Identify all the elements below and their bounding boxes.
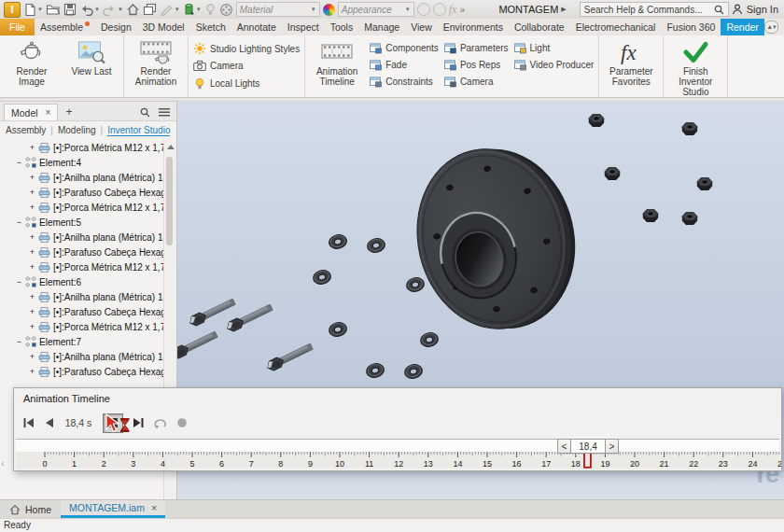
browser-search-icon[interactable] bbox=[140, 107, 150, 118]
studio-lighting-styles-button[interactable]: Studio Lighting Styles bbox=[193, 41, 300, 57]
render-gallery-icon-button[interactable] bbox=[219, 3, 233, 17]
tree-expander-icon[interactable]: − bbox=[15, 217, 23, 227]
close-icon[interactable]: × bbox=[46, 107, 51, 118]
tree-row-element-5[interactable]: −Element:5 bbox=[0, 215, 176, 230]
ribbon-tab-3d-model[interactable]: 3D Model bbox=[137, 19, 190, 35]
redo-icon-button[interactable]: ▼ bbox=[103, 4, 123, 16]
tree-row-anilha-plana-m-trica-12-n[interactable]: +[•]:Anilha plana (Métrica) 12 N bbox=[0, 230, 176, 245]
time-spinner-value[interactable]: 18,4 bbox=[571, 439, 605, 454]
tree-row-parafuso-cabe-a-hexagon[interactable]: +[•]:Parafuso Cabeça Hexagon bbox=[0, 185, 176, 200]
flange-disc[interactable] bbox=[399, 133, 593, 346]
material-dropdown[interactable]: Material ▼ bbox=[236, 2, 320, 17]
browser-subtab-assembly[interactable]: Assembly bbox=[6, 125, 46, 135]
ribbon-tab-electromechanical[interactable]: Electromechanical bbox=[570, 19, 662, 35]
hex-bolt[interactable] bbox=[265, 342, 314, 372]
camera-button[interactable]: Camera bbox=[193, 58, 300, 74]
tree-row-parafuso-cabe-a-hexagon[interactable]: +[•]:Parafuso Cabeça Hexagon bbox=[0, 245, 176, 259]
tree-expander-icon[interactable]: + bbox=[28, 173, 36, 182]
undo-icon-button[interactable]: ▼ bbox=[79, 4, 100, 16]
tree-expander-icon[interactable]: + bbox=[28, 232, 36, 242]
record-animation-button[interactable] bbox=[176, 417, 188, 428]
ribbon-tab-view[interactable]: View bbox=[405, 19, 438, 35]
inventor-logo-icon[interactable]: I bbox=[4, 2, 21, 18]
panel-scroll-left-icon[interactable]: ‹ bbox=[1, 457, 5, 469]
tree-row-porca-m-trica-m12-x-1-75[interactable]: +[•]:Porca Métrica M12 x 1,75: bbox=[0, 200, 176, 215]
color-wheel-icon[interactable] bbox=[323, 4, 335, 16]
ribbon-tab-tools[interactable]: Tools bbox=[325, 19, 359, 35]
loop-playback-button[interactable] bbox=[153, 417, 168, 429]
washer[interactable] bbox=[328, 321, 348, 339]
washer[interactable] bbox=[419, 331, 440, 349]
appearance-dropdown[interactable]: Appearance ▼ bbox=[338, 2, 414, 17]
go-to-start-button[interactable] bbox=[22, 417, 35, 428]
ribbon-tab-sketch[interactable]: Sketch bbox=[190, 19, 231, 35]
washer[interactable] bbox=[366, 237, 386, 255]
scrollbar-thumb[interactable] bbox=[166, 157, 173, 245]
save-icon-button[interactable] bbox=[63, 3, 77, 16]
browser-subtab-modeling[interactable]: Modeling bbox=[58, 125, 96, 135]
tree-row-anilha-plana-m-trica-12-n[interactable]: +[•]:Anilha plana (Métrica) 12 N bbox=[0, 289, 176, 304]
ribbon-tab-fusion-360[interactable]: Fusion 360 bbox=[661, 19, 721, 35]
tree-expander-icon[interactable]: + bbox=[28, 307, 36, 316]
tree-row-element-7[interactable]: −Element:7 bbox=[0, 334, 176, 349]
washer[interactable] bbox=[312, 269, 332, 287]
time-step-forward-button[interactable]: > bbox=[605, 439, 619, 454]
parameter-favorites-button[interactable]: fxParameter Favorites bbox=[604, 38, 658, 94]
washer[interactable] bbox=[365, 362, 385, 380]
tree-expander-icon[interactable]: + bbox=[28, 203, 36, 212]
hex-bolt[interactable] bbox=[177, 329, 219, 360]
tree-expander-icon[interactable]: + bbox=[28, 188, 36, 197]
hex-nut[interactable] bbox=[682, 123, 697, 135]
grey-light-icon-button[interactable] bbox=[204, 3, 217, 16]
add-browser-tab-button[interactable]: + bbox=[65, 105, 72, 119]
tree-expander-icon[interactable]: − bbox=[15, 158, 23, 167]
more-commands-icon[interactable]: » bbox=[459, 5, 464, 15]
ruler-svg[interactable]: 0123456789101112131415161718192021222324… bbox=[16, 452, 781, 469]
go-to-end-button[interactable] bbox=[132, 417, 145, 428]
search-input[interactable]: Search Help & Commands... bbox=[580, 2, 729, 17]
pos-reps-button[interactable]: Pos Reps bbox=[444, 58, 509, 72]
sign-in-button[interactable]: Sign In bbox=[732, 4, 778, 15]
constraints-button[interactable]: Constraints bbox=[370, 75, 439, 89]
tree-expander-icon[interactable]: + bbox=[28, 367, 36, 376]
home-icon-button[interactable] bbox=[126, 3, 140, 16]
parameters-button[interactable]: Parameters bbox=[444, 41, 509, 55]
tree-row-porca-m-trica-m12-x-1-75[interactable]: +[•]:Porca Métrica M12 x 1,75: bbox=[0, 140, 176, 155]
ribbon-tab-render[interactable]: Render bbox=[721, 19, 763, 35]
tree-expander-icon[interactable]: + bbox=[28, 352, 36, 361]
ribbon-tab-file[interactable]: File bbox=[0, 19, 35, 35]
tree-expander-icon[interactable]: + bbox=[28, 262, 36, 272]
ribbon-collapse-button[interactable]: ▲▾ bbox=[764, 21, 778, 34]
hex-nut[interactable] bbox=[697, 178, 712, 190]
washer[interactable] bbox=[403, 363, 424, 381]
scroll-up-icon[interactable] bbox=[167, 145, 175, 149]
title-flyout-icon[interactable]: ▶ bbox=[561, 6, 566, 13]
hex-nut[interactable] bbox=[605, 168, 620, 180]
browser-tab-model[interactable]: Model × bbox=[4, 104, 58, 120]
tree-expander-icon[interactable]: + bbox=[28, 322, 36, 331]
tab-montagem-iam[interactable]: MONTAGEM.iam × bbox=[61, 500, 165, 518]
tab-home[interactable]: Home bbox=[0, 500, 61, 518]
sketch-return-icon-button[interactable]: ▼ bbox=[160, 3, 180, 16]
hex-nut[interactable] bbox=[643, 210, 658, 222]
view-last-button[interactable]: View Last bbox=[64, 38, 119, 94]
ribbon-tab-collaborate[interactable]: Collaborate bbox=[509, 19, 570, 35]
browser-subtab-inventor-studio[interactable]: Inventor Studio bbox=[107, 125, 170, 136]
ribbon-tab-manage[interactable]: Manage bbox=[358, 19, 405, 35]
ribbon-tab-design[interactable]: Design bbox=[95, 19, 137, 35]
playhead-marker[interactable] bbox=[584, 453, 591, 468]
washer[interactable] bbox=[328, 233, 348, 251]
fade-button[interactable]: Fade bbox=[370, 58, 439, 72]
tree-row-parafuso-cabe-a-hexagon[interactable]: +[•]:Parafuso Cabeça Hexagon bbox=[0, 364, 176, 379]
tree-row-element-4[interactable]: −Element:4 bbox=[0, 155, 176, 170]
tree-expander-icon[interactable]: + bbox=[28, 143, 36, 152]
ribbon-tab-annotate[interactable]: Annotate bbox=[231, 19, 282, 35]
material-swatch-icon-button[interactable]: ▼ bbox=[183, 3, 202, 17]
ribbon-tab-assemble[interactable]: Assemble bbox=[35, 19, 95, 35]
hex-nut[interactable] bbox=[682, 213, 697, 225]
camera-button[interactable]: Camera bbox=[444, 75, 509, 89]
render-image-button[interactable]: Render Image bbox=[5, 38, 59, 94]
switch-windows-icon-button[interactable] bbox=[143, 3, 157, 16]
finish-inventor-studio-button[interactable]: Finish Inventor Studio bbox=[668, 38, 722, 94]
washer[interactable] bbox=[405, 276, 426, 294]
